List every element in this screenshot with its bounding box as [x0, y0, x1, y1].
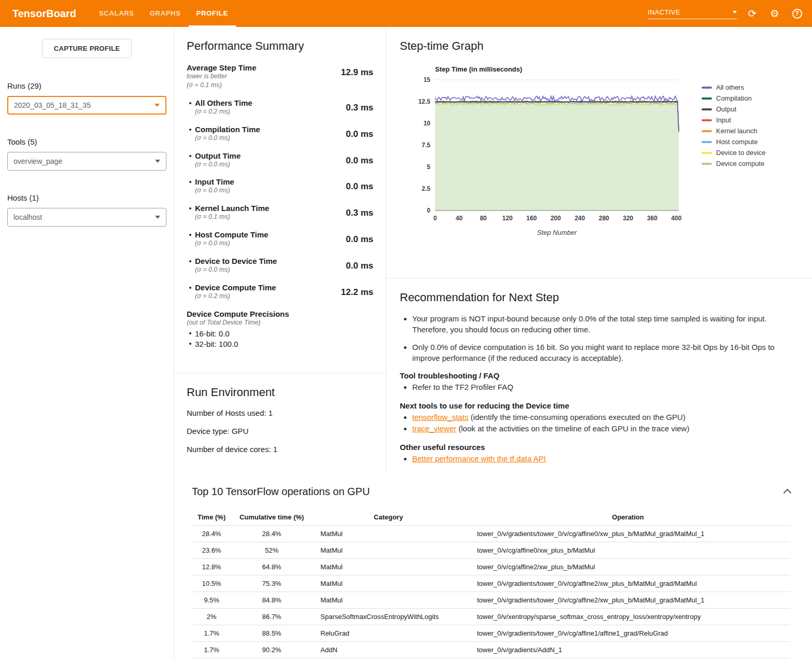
time-cell: 2% [191, 609, 232, 625]
refresh-icon[interactable]: ⟳ [746, 7, 759, 20]
operation-cell: tower_0/v/gradients/tower_0/v/cg/affine2… [466, 592, 790, 609]
perf-item-label: Compilation Time [195, 125, 336, 134]
perf-item-sigma: (σ = 0.2 ms) [195, 292, 336, 301]
sidebar: CAPTURE PROFILE Runs (29)2020_03_05_18_3… [0, 27, 174, 661]
perf-item-text: All Others Time(σ = 0.2 ms) [195, 99, 336, 116]
perf-item-label: Output Time [195, 151, 336, 160]
legend-item: Device to device [702, 147, 765, 158]
step-time-graph-title: Step-time Graph [400, 39, 799, 53]
chevron-down-icon [155, 216, 160, 219]
step-time-graph-card: Step-time Graph Step Time (in millisecon… [386, 27, 812, 278]
legend-item: Compilation [702, 93, 765, 104]
bullet-dot [187, 339, 195, 349]
chevron-down-icon [733, 11, 737, 13]
category-cell: MatMul [311, 542, 466, 559]
chart-legend: All othersCompilationOutputInputKernel l… [702, 82, 765, 247]
ops-column-header: Cumulative time (%) [232, 509, 311, 526]
ops-column-header: Category [311, 509, 466, 526]
status-dropdown-value: INACTIVE [648, 8, 680, 16]
perf-item-value: 0.3 ms [336, 208, 373, 221]
legend-label: All others [716, 83, 744, 91]
precision-item-text: 16-bit: 0.0 [195, 329, 230, 339]
recommendation-title: Recommendation for Next Step [400, 291, 799, 304]
capture-profile-button[interactable]: CAPTURE PROFILE [42, 39, 132, 58]
cumulative-time-cell: 88.5% [232, 625, 311, 642]
tab-scalars[interactable]: SCALARS [91, 0, 142, 27]
svg-text:Step Time (in milliseconds): Step Time (in milliseconds) [435, 65, 522, 73]
ops-table-body: 28.4%28.4%MatMultower_0/v/gradients/towe… [191, 526, 790, 661]
app-title: TensorBoard [0, 0, 91, 27]
recommendation-link[interactable]: trace_viewer [412, 424, 456, 433]
sidebar-group-label-hosts: Hosts (1) [7, 193, 166, 202]
recommendation-link[interactable]: Better performance with the tf.data API [412, 454, 546, 463]
legend-item: Device compute [702, 158, 765, 169]
sidebar-select-value-hosts: localhost [13, 213, 42, 221]
table-row: 1.7%91.9%ApplyGradientDescentappend_appl… [191, 658, 790, 661]
performance-summary-card: Performance Summary Average Step Timelow… [174, 27, 386, 373]
svg-text:0: 0 [433, 215, 437, 222]
recommendation-bullet: Only 0.0% of device computation is 16 bi… [412, 342, 799, 363]
recommendation-list: Refer to the TF2 Profiler FAQ [412, 382, 799, 393]
legend-label: Device to device [716, 149, 765, 157]
perf-item-text: Kernel Launch Time(σ = 0.1 ms) [195, 204, 336, 221]
status-dropdown[interactable]: INACTIVE [648, 8, 737, 19]
perf-items: Average Step Timelower is better(σ = 0.1… [187, 63, 373, 301]
legend-label: Output [716, 105, 736, 113]
time-cell: 28.4% [191, 526, 232, 542]
perf-item: Output Time(σ = 0.0 ms)0.0 ms [187, 151, 373, 169]
category-cell: MatMul [311, 526, 466, 542]
perf-item-text: Host Compute Time(σ = 0.0 ms) [195, 230, 336, 248]
app-header: TensorBoard SCALARSGRAPHSPROFILE INACTIV… [0, 0, 812, 27]
chevron-down-icon [155, 104, 160, 107]
perf-item: Device to Device Time(σ = 0.0 ms)0.0 ms [187, 257, 373, 274]
table-row: 1.7%90.2%AddNtower_0/v/gradients/AddN_1 [191, 642, 790, 658]
sidebar-group-runs: Runs (29)2020_03_05_18_31_35 [0, 81, 174, 115]
chevron-up-icon[interactable] [783, 489, 792, 497]
sidebar-select-tools[interactable]: overview_page [7, 152, 166, 171]
sidebar-group-tools: Tools (5)overview_page [0, 137, 174, 171]
cumulative-time-cell: 86.7% [232, 609, 311, 625]
perf-item: Compilation Time(σ = 0.0 ms)0.0 ms [187, 125, 373, 143]
cumulative-time-cell: 75.3% [232, 575, 311, 592]
recommendation-list: Better performance with the tf.data API [412, 453, 799, 465]
perf-item: Input Time(σ = 0.0 ms)0.0 ms [187, 177, 373, 195]
legend-swatch [702, 97, 712, 100]
perf-item-label: Host Compute Time [195, 230, 336, 239]
table-row: 28.4%28.4%MatMultower_0/v/gradients/towe… [191, 526, 790, 542]
operation-cell: tower_0/v/cg/affine0/xw_plus_b/MatMul [466, 542, 790, 559]
time-cell: 9.5% [191, 592, 232, 609]
svg-text:200: 200 [551, 215, 561, 222]
ops-table-head-row: Time (%)Cumulative time (%)CategoryOpera… [191, 509, 790, 526]
recommendation-sections: Tool troubleshooting / FAQRefer to the T… [400, 371, 799, 465]
category-cell: ApplyGradientDescent [311, 658, 466, 661]
sidebar-group-label-tools: Tools (5) [7, 137, 166, 146]
help-icon[interactable]: ? [790, 7, 804, 20]
sidebar-select-runs[interactable]: 2020_03_05_18_31_35 [7, 96, 166, 115]
sidebar-select-hosts[interactable]: localhost [7, 208, 166, 227]
cumulative-time-cell: 91.9% [232, 658, 311, 661]
perf-item: Average Step Timelower is better(σ = 0.1… [187, 63, 373, 90]
settings-gear-icon[interactable]: ⚙ [768, 7, 781, 20]
category-cell: MatMul [311, 592, 466, 609]
recommendation-link[interactable]: tensorflow_stats [412, 413, 468, 421]
perf-item-sigma: (σ = 0.0 ms) [195, 160, 336, 169]
cumulative-time-cell: 52% [232, 542, 311, 559]
svg-text:400: 400 [671, 215, 681, 222]
svg-text:320: 320 [623, 215, 633, 222]
perf-item-text: Compilation Time(σ = 0.0 ms) [195, 125, 336, 143]
table-row: 23.6%52%MatMultower_0/v/cg/affine0/xw_pl… [191, 542, 790, 559]
tab-graphs[interactable]: GRAPHS [142, 0, 189, 27]
tab-profile[interactable]: PROFILE [189, 0, 236, 27]
precisions-subtitle: (out of Total Device Time) [187, 319, 373, 326]
perf-item-value: 0.0 ms [336, 181, 373, 195]
legend-item: Kernel launch [702, 125, 765, 136]
category-cell: AddN [311, 642, 466, 658]
bullet-dot [187, 177, 195, 195]
perf-item-value: 0.0 ms [336, 261, 373, 274]
legend-swatch [702, 119, 712, 121]
run-environment-card: Run Environment Number of Hosts used: 1D… [174, 373, 386, 471]
legend-swatch [702, 108, 712, 110]
perf-item-value: 0.0 ms [336, 156, 373, 169]
time-cell: 1.7% [191, 625, 232, 642]
time-cell: 1.7% [191, 642, 232, 658]
